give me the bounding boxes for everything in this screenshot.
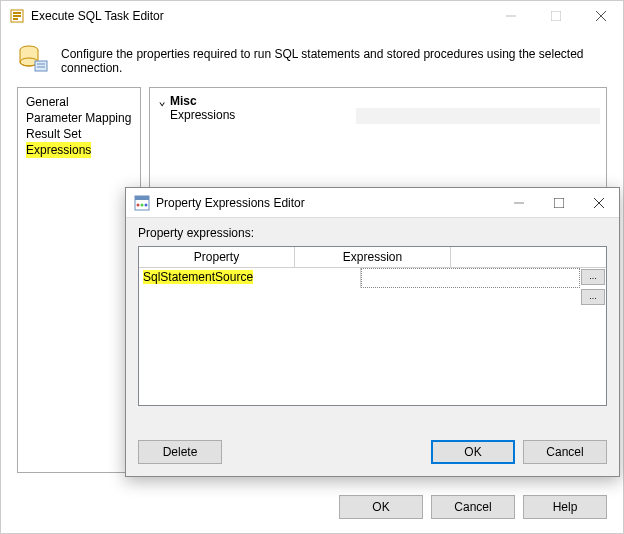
main-window-controls xyxy=(488,1,623,31)
main-title: Execute SQL Task Editor xyxy=(31,9,488,23)
dialog-ok-button[interactable]: OK xyxy=(431,440,515,464)
dialog-minimize-button[interactable] xyxy=(499,188,539,217)
close-button[interactable] xyxy=(578,1,623,31)
svg-rect-19 xyxy=(554,198,564,208)
svg-rect-3 xyxy=(13,18,18,20)
button-spacer xyxy=(230,440,423,464)
dialog-title: Property Expressions Editor xyxy=(156,196,499,210)
expressions-label: Expressions xyxy=(156,108,356,124)
dialog-cancel-button[interactable]: Cancel xyxy=(523,440,607,464)
sidebar-item-general[interactable]: General xyxy=(26,94,132,110)
maximize-button[interactable] xyxy=(533,1,578,31)
dialog-close-button[interactable] xyxy=(579,188,619,217)
minimize-button[interactable] xyxy=(488,1,533,31)
help-button[interactable]: Help xyxy=(523,495,607,519)
property-expressions-dialog: Property Expressions Editor Property exp… xyxy=(125,187,620,477)
delete-button[interactable]: Delete xyxy=(138,440,222,464)
header-property[interactable]: Property xyxy=(139,247,295,267)
expression-browse-button-2[interactable]: ... xyxy=(581,289,605,305)
sql-task-icon xyxy=(17,43,49,75)
svg-point-17 xyxy=(145,203,148,206)
sidebar: General Parameter Mapping Result Set Exp… xyxy=(17,87,141,473)
svg-rect-2 xyxy=(13,15,21,17)
svg-rect-5 xyxy=(551,11,561,21)
empty-spacer xyxy=(139,288,580,306)
cancel-button[interactable]: Cancel xyxy=(431,495,515,519)
table-header-row: Property Expression xyxy=(139,247,606,268)
property-expressions-label: Property expressions: xyxy=(138,226,607,240)
editor-icon xyxy=(134,195,150,211)
expressions-row[interactable]: Expressions xyxy=(150,108,606,124)
expressions-value[interactable] xyxy=(356,108,600,124)
task-icon xyxy=(9,8,25,24)
sidebar-item-expressions[interactable]: Expressions xyxy=(26,142,91,158)
header-expression[interactable]: Expression xyxy=(295,247,451,267)
svg-point-15 xyxy=(137,203,140,206)
description-area: Configure the properties required to run… xyxy=(1,31,623,87)
svg-point-16 xyxy=(141,203,144,206)
expression-cell[interactable] xyxy=(361,268,580,288)
dialog-maximize-button[interactable] xyxy=(539,188,579,217)
dialog-body: Property expressions: Property Expressio… xyxy=(126,218,619,432)
svg-rect-1 xyxy=(13,12,21,14)
dialog-titlebar: Property Expressions Editor xyxy=(126,188,619,218)
sidebar-item-parameter-mapping[interactable]: Parameter Mapping xyxy=(26,110,132,126)
table-row-empty: ... xyxy=(139,288,606,306)
property-cell[interactable]: SqlStatementSource xyxy=(139,268,361,288)
expressions-table: Property Expression SqlStatementSource .… xyxy=(138,246,607,406)
sidebar-item-result-set[interactable]: Result Set xyxy=(26,126,132,142)
property-value: SqlStatementSource xyxy=(143,270,253,284)
main-button-bar: OK Cancel Help xyxy=(1,485,623,533)
table-row[interactable]: SqlStatementSource ... xyxy=(139,268,606,288)
header-spacer xyxy=(451,247,606,267)
dialog-window-controls xyxy=(499,188,619,217)
misc-section-label: Misc xyxy=(170,94,197,108)
expression-browse-button[interactable]: ... xyxy=(581,269,605,285)
misc-section-header[interactable]: ⌄ Misc xyxy=(150,94,606,108)
dialog-button-bar: Delete OK Cancel xyxy=(126,432,619,476)
description-text: Configure the properties required to run… xyxy=(61,43,607,75)
ok-button[interactable]: OK xyxy=(339,495,423,519)
chevron-down-icon: ⌄ xyxy=(156,94,168,108)
main-titlebar: Execute SQL Task Editor xyxy=(1,1,623,31)
svg-rect-10 xyxy=(35,61,47,71)
svg-rect-14 xyxy=(135,196,149,200)
expression-input[interactable] xyxy=(364,271,577,285)
